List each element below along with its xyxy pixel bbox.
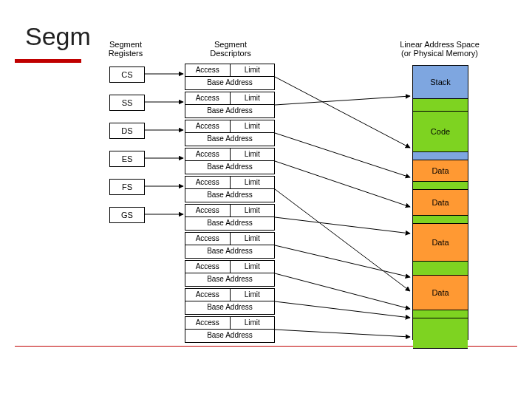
descriptor-access: Access bbox=[185, 233, 231, 245]
descriptor-limit: Limit bbox=[231, 261, 275, 273]
memory-seg-gap-3 bbox=[413, 152, 468, 160]
memory-seg-code: Code bbox=[413, 112, 468, 152]
descriptor-access: Access bbox=[185, 289, 231, 301]
descriptor-base: Base Address bbox=[185, 105, 274, 117]
svg-line-13 bbox=[275, 273, 410, 309]
svg-line-12 bbox=[275, 245, 410, 277]
register-es: ES bbox=[109, 151, 145, 167]
descriptor-access: Access bbox=[185, 317, 231, 329]
descriptor-base: Base Address bbox=[185, 301, 274, 313]
descriptor-access: Access bbox=[185, 64, 231, 76]
descriptor-base: Base Address bbox=[185, 273, 274, 285]
descriptor-base: Base Address bbox=[185, 217, 274, 229]
svg-line-14 bbox=[275, 301, 410, 318]
descriptor-access: Access bbox=[185, 149, 231, 160]
svg-line-7 bbox=[275, 96, 410, 105]
memory-seg-stack: Stack bbox=[413, 66, 468, 99]
descriptor-access: Access bbox=[185, 177, 231, 188]
memory-seg-gap-7 bbox=[413, 216, 468, 224]
descriptor-base: Base Address bbox=[185, 77, 274, 89]
descriptor-limit: Limit bbox=[231, 64, 275, 76]
register-gs: GS bbox=[109, 207, 145, 223]
descriptor-5: AccessLimitBase Address bbox=[185, 204, 275, 231]
descriptor-base: Base Address bbox=[185, 189, 274, 201]
descriptor-base: Base Address bbox=[185, 330, 274, 341]
svg-line-10 bbox=[275, 189, 410, 291]
title-accent bbox=[15, 59, 81, 63]
page-title: Segm bbox=[25, 22, 91, 51]
memory-seg-data: Data bbox=[413, 224, 468, 262]
descriptor-1: AccessLimitBase Address bbox=[185, 92, 275, 118]
svg-line-6 bbox=[275, 77, 410, 148]
descriptor-access: Access bbox=[185, 92, 231, 104]
descriptor-access: Access bbox=[185, 261, 231, 273]
memory-seg-gap-11 bbox=[413, 310, 468, 318]
memory-column: StackCodeDataDataDataData bbox=[412, 65, 468, 340]
register-cs: CS bbox=[109, 66, 145, 83]
descriptor-6: AccessLimitBase Address bbox=[185, 232, 275, 259]
register-fs: FS bbox=[109, 179, 145, 195]
svg-line-9 bbox=[275, 161, 410, 207]
descriptor-9: AccessLimitBase Address bbox=[185, 316, 275, 343]
descriptor-limit: Limit bbox=[231, 177, 275, 188]
header-registers: SegmentRegisters bbox=[96, 40, 155, 58]
descriptor-limit: Limit bbox=[231, 92, 275, 104]
descriptor-access: Access bbox=[185, 205, 231, 216]
memory-seg-gap-9 bbox=[413, 262, 468, 276]
descriptor-limit: Limit bbox=[231, 289, 275, 301]
descriptor-8: AccessLimitBase Address bbox=[185, 288, 275, 315]
descriptor-access: Access bbox=[185, 120, 231, 132]
register-ss: SS bbox=[109, 95, 145, 111]
descriptor-limit: Limit bbox=[231, 205, 275, 216]
descriptor-7: AccessLimitBase Address bbox=[185, 260, 275, 287]
descriptor-limit: Limit bbox=[231, 120, 275, 132]
svg-line-15 bbox=[275, 330, 410, 337]
descriptor-4: AccessLimitBase Address bbox=[185, 176, 275, 202]
memory-seg-data: Data bbox=[413, 160, 468, 182]
memory-seg-data: Data bbox=[413, 276, 468, 310]
descriptor-3: AccessLimitBase Address bbox=[185, 148, 275, 174]
header-descriptors: SegmentDescriptors bbox=[194, 40, 267, 58]
memory-seg-gap-5 bbox=[413, 182, 468, 190]
descriptor-2: AccessLimitBase Address bbox=[185, 120, 275, 146]
memory-seg-data: Data bbox=[413, 190, 468, 216]
descriptor-base: Base Address bbox=[185, 133, 274, 145]
descriptor-base: Base Address bbox=[185, 245, 274, 257]
descriptor-0: AccessLimitBase Address bbox=[185, 64, 275, 90]
register-ds: DS bbox=[109, 123, 145, 139]
memory-seg-gap-12 bbox=[413, 318, 468, 349]
svg-line-11 bbox=[275, 217, 410, 233]
descriptor-limit: Limit bbox=[231, 233, 275, 245]
descriptor-base: Base Address bbox=[185, 161, 274, 173]
svg-line-8 bbox=[275, 133, 410, 177]
descriptor-limit: Limit bbox=[231, 149, 275, 160]
header-memory: Linear Address Space(or Physical Memory) bbox=[384, 40, 495, 58]
memory-seg-gap-1 bbox=[413, 99, 468, 112]
descriptor-limit: Limit bbox=[231, 317, 275, 329]
